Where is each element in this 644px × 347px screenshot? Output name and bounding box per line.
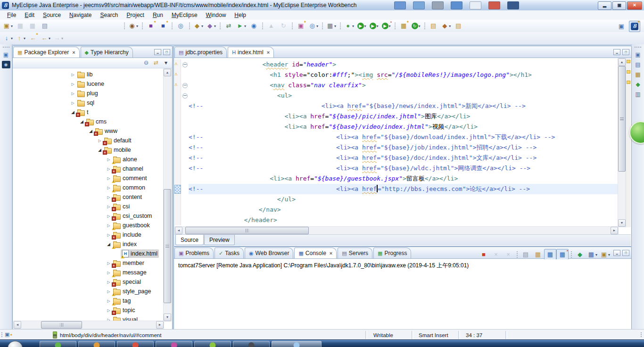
tree-item-special[interactable]: ▷xspecial — [13, 277, 164, 287]
menu-item-run[interactable]: Run — [149, 11, 167, 19]
collapse-fold-icon[interactable] — [182, 93, 188, 99]
menu-item-navigate[interactable]: Navigate — [65, 11, 96, 19]
tree-expanded-arrow-icon[interactable]: ◢ — [97, 148, 103, 152]
tree-item-guestbook[interactable]: ▷guestbook — [13, 221, 164, 230]
minimize-console-button[interactable]: ▁ — [613, 250, 620, 256]
code-editor-area[interactable]: ⚠ <header id="header">⚠ <h1 style="color… — [174, 58, 619, 227]
editor-vertical-scrollbar[interactable]: ▲ ▼ — [618, 58, 626, 227]
tree-collapsed-arrow-icon[interactable]: ▷ — [106, 214, 112, 218]
deploy-module-button[interactable]: ⇄ — [223, 20, 235, 32]
taskbar-app-button-1[interactable] — [40, 341, 76, 347]
tree-collapsed-arrow-icon[interactable]: ▷ — [106, 271, 112, 275]
tree-item-default[interactable]: ▷xdefault — [13, 136, 164, 145]
scroll-left-arrow[interactable]: ◄ — [175, 227, 182, 234]
code-line-15[interactable]: </nav> — [174, 205, 619, 215]
editor-hscrollbar-thumb[interactable] — [185, 227, 309, 234]
palette-view-icon[interactable]: ▦ — [634, 71, 642, 78]
tree-collapsed-arrow-icon[interactable]: ▷ — [106, 176, 112, 181]
scroll-right-arrow[interactable]: ► — [611, 227, 618, 234]
coverage-button[interactable]: ▶▪▾ — [380, 20, 392, 32]
tree-item-mobile[interactable]: ◢xmobile — [13, 145, 164, 155]
tree-collapsed-arrow-icon[interactable]: ▷ — [106, 289, 112, 294]
run-history-button[interactable]: ▶▾ — [368, 20, 380, 32]
outline-view-icon[interactable]: ▤ — [634, 61, 642, 68]
import-button[interactable]: ↓▾ — [1, 33, 14, 44]
tree-item-csi[interactable]: ▷xcsi — [13, 202, 164, 211]
tree-item-index[interactable]: ◢index — [13, 240, 164, 249]
tree-item-member[interactable]: ▷xmember — [13, 258, 164, 268]
terminate-button[interactable]: ■ — [478, 249, 490, 260]
tree-collapsed-arrow-icon[interactable]: ▷ — [70, 82, 76, 86]
tree-collapsed-arrow-icon[interactable]: ▷ — [106, 195, 112, 199]
scroll-up-arrow[interactable]: ▲ — [618, 58, 626, 66]
ime-tray-icon-2[interactable] — [413, 1, 425, 9]
tree-item-comment[interactable]: ▷comment — [13, 174, 164, 183]
code-line-3[interactable]: ⚠ <nav class="nav clearfix"> — [174, 80, 619, 91]
close-icon[interactable]: × — [330, 250, 332, 256]
open-resource-button[interactable]: ▤ — [452, 20, 464, 32]
editor-horizontal-scrollbar[interactable]: ◄ ► — [174, 226, 619, 235]
fastview-dock-icon[interactable]: ▣✦ — [5, 331, 13, 338]
view-tab-console[interactable]: ▦Console× — [294, 248, 337, 258]
ime-tray-icon-1[interactable] — [394, 1, 406, 9]
debug-button[interactable]: ●▾ — [343, 20, 355, 32]
maximize-editor-button[interactable]: □ — [622, 49, 629, 55]
back-button[interactable]: ←▾ — [39, 33, 52, 44]
view-tab-tasks[interactable]: ✓Tasks — [215, 248, 244, 258]
ime-tray-icon-6[interactable] — [488, 1, 500, 9]
new-wizard-button[interactable]: ▣▾ — [1, 20, 14, 32]
scroll-right-arrow[interactable]: ► — [156, 321, 164, 329]
menu-item-window[interactable]: Window — [202, 11, 231, 19]
code-line-6[interactable]: <li><a href="${base}/pic/index.jhtml">图库… — [174, 111, 619, 122]
new-table-wizard-button[interactable]: ▦✦ — [397, 20, 410, 32]
report-wizard-button[interactable]: ◆▾ — [205, 20, 217, 32]
taskbar-app-button-6[interactable] — [233, 341, 270, 347]
editor-mode-tab-source[interactable]: Source — [175, 235, 204, 245]
tree-expanded-arrow-icon[interactable]: ◢ — [106, 242, 112, 247]
project-tree[interactable]: ▷lib▷lucene▷plug▷sql◢xt◢xcms◢xwww▷xdefau… — [13, 68, 164, 322]
ime-tray-icon-5[interactable] — [470, 1, 481, 9]
console-output[interactable]: tomcat7Server [Remote Java Application] … — [174, 259, 631, 329]
screen-capture-button[interactable]: ▦▾ — [325, 20, 338, 32]
code-line-11[interactable]: <!-- <li><a href="${base}/wldc.jhtml">网络… — [174, 163, 619, 174]
editor-mode-tab-preview[interactable]: Preview — [204, 235, 235, 245]
warning-mark[interactable] — [627, 70, 630, 74]
menu-item-project[interactable]: Project — [123, 11, 149, 19]
tree-collapsed-arrow-icon[interactable]: ▷ — [106, 280, 112, 284]
tree-vertical-scrollbar[interactable]: ▲ ▼ — [163, 68, 172, 322]
tree-item-style-page[interactable]: ▷style_page — [13, 287, 164, 296]
ime-tray-icon-7[interactable] — [507, 1, 519, 9]
open-type-button[interactable]: ▤ — [427, 20, 439, 32]
maximize-console-button[interactable]: □ — [622, 250, 629, 256]
ime-tray-icon-4[interactable] — [451, 1, 462, 9]
code-line-12[interactable]: <li><a href="${base}/guestbook.jspx">留言板… — [174, 174, 619, 184]
close-icon[interactable]: × — [72, 50, 75, 55]
view-tab-servers[interactable]: ▤Servers — [338, 248, 372, 258]
restore-views-right-icon[interactable]: ▣ — [634, 51, 642, 58]
tree-item-common[interactable]: ▷common — [13, 183, 164, 192]
taskbar-app-button-3[interactable] — [117, 341, 154, 347]
show-stderr-button[interactable]: ▦▪ — [556, 249, 569, 260]
tree-item-cms[interactable]: ◢xcms — [13, 117, 164, 126]
view-menu-button[interactable]: ▾ — [162, 59, 170, 67]
menu-item-source[interactable]: Source — [39, 11, 65, 19]
taskbar-app-button-2[interactable] — [78, 341, 115, 347]
minimize-editor-button[interactable]: ▁ — [613, 49, 620, 55]
code-line-10[interactable]: <!-- <li><a href="${base}/doc/index.jhtm… — [174, 153, 619, 163]
collapse-fold-icon[interactable] — [182, 83, 188, 88]
taskbar-app-button-7[interactable] — [272, 341, 322, 347]
tree-item-topic[interactable]: ▷xtopic — [13, 306, 164, 315]
tree-item-plug[interactable]: ▷plug — [13, 89, 164, 98]
new-report-button[interactable]: ▣✦ — [295, 20, 307, 32]
code-line-9[interactable]: <!-- <li><a href="${base}/job/index.jhtm… — [174, 142, 619, 153]
tree-collapsed-arrow-icon[interactable]: ▷ — [70, 101, 76, 105]
tree-collapsed-arrow-icon[interactable]: ▷ — [106, 223, 112, 228]
tree-item-include[interactable]: ▷xinclude — [13, 230, 164, 240]
code-line-8[interactable]: <!-- <li><a href="${base}/download/index… — [174, 132, 619, 142]
tree-item-lib[interactable]: ▷lib — [13, 70, 164, 79]
display-console-button[interactable]: ▦▾ — [586, 249, 599, 260]
restore-views-icon[interactable]: ▣ — [2, 51, 10, 58]
tree-expanded-arrow-icon[interactable]: ◢ — [70, 110, 76, 115]
preview-view-icon[interactable]: ◉ — [2, 61, 10, 68]
scroll-lock-button[interactable]: ▦ — [532, 249, 544, 260]
